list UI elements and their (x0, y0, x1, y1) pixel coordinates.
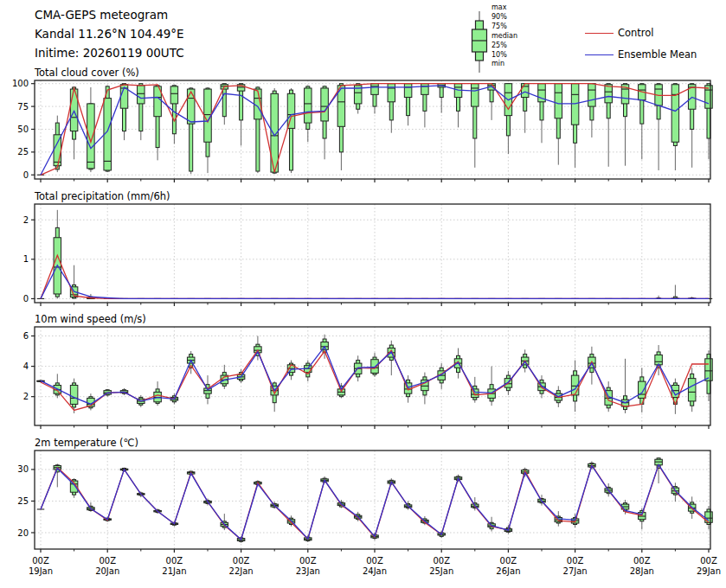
svg-text:00Z: 00Z (233, 556, 250, 566)
svg-text:0: 0 (23, 170, 29, 180)
temperature-chart: 20253000Z19Jan00Z20Jan00Z21Jan00Z22Jan00… (0, 444, 726, 588)
svg-text:00Z: 00Z (500, 556, 517, 566)
svg-text:4: 4 (23, 361, 29, 371)
page-title: CMA-GEPS meteogram (35, 5, 184, 24)
svg-text:19Jan: 19Jan (29, 566, 53, 576)
svg-text:29Jan: 29Jan (697, 566, 721, 576)
svg-text:2: 2 (23, 215, 29, 225)
svg-text:25: 25 (17, 496, 29, 506)
svg-text:20Jan: 20Jan (95, 566, 119, 576)
svg-text:1: 1 (23, 254, 29, 264)
legend-control-label: Control (618, 27, 654, 39)
svg-text:0: 0 (23, 294, 29, 304)
legend-label-75: 75% (491, 22, 517, 32)
station-coordinates: Kandal 11.26°N 104.49°E (35, 24, 184, 43)
legend-label-min: min (491, 60, 517, 69)
svg-text:00Z: 00Z (633, 556, 651, 566)
svg-text:00Z: 00Z (700, 556, 717, 566)
ensemble-mean-line-swatch (585, 54, 614, 55)
legend-label-90: 90% (491, 13, 517, 22)
svg-text:24Jan: 24Jan (363, 566, 387, 576)
svg-text:50: 50 (17, 125, 29, 134)
svg-text:30: 30 (17, 464, 29, 474)
legend-label-max: max (491, 3, 517, 13)
svg-text:26Jan: 26Jan (496, 566, 520, 576)
legend-label-25: 25% (491, 42, 517, 51)
meteogram: CMA-GEPS meteogram Kandal 11.26°N 104.49… (0, 0, 726, 588)
svg-text:20: 20 (17, 528, 29, 538)
svg-text:22Jan: 22Jan (229, 566, 254, 576)
svg-text:28Jan: 28Jan (630, 566, 654, 576)
legend-label-10: 10% (491, 51, 517, 61)
svg-text:21Jan: 21Jan (162, 566, 186, 576)
precipitation-chart: 012 (0, 197, 726, 310)
svg-text:25Jan: 25Jan (429, 566, 453, 576)
init-time: Initime: 20260119 00UTC (35, 43, 184, 62)
svg-text:00Z: 00Z (99, 556, 116, 566)
svg-text:00Z: 00Z (567, 556, 584, 566)
svg-text:23Jan: 23Jan (296, 566, 320, 576)
box-whisker-legend: max 90% 75% median 25% 10% min (491, 3, 517, 69)
svg-text:6: 6 (23, 331, 29, 341)
svg-text:25: 25 (17, 147, 29, 157)
svg-text:00Z: 00Z (166, 556, 183, 566)
svg-text:2: 2 (23, 392, 29, 401)
legend-label-median: median (491, 32, 517, 42)
box-whisker-icon (467, 7, 491, 76)
cloud-cover-chart: 0255075100 (0, 74, 726, 186)
svg-text:75: 75 (17, 102, 29, 112)
svg-text:27Jan: 27Jan (563, 566, 588, 576)
svg-text:00Z: 00Z (32, 556, 49, 566)
svg-text:00Z: 00Z (299, 556, 317, 566)
svg-text:100: 100 (12, 79, 29, 88)
svg-text:00Z: 00Z (433, 556, 450, 566)
legend-ensemble-mean-label: Ensemble Mean (618, 48, 697, 61)
control-line-swatch (585, 33, 614, 34)
svg-text:00Z: 00Z (366, 556, 383, 566)
wind-speed-chart: 246 (0, 320, 726, 432)
figure-header: CMA-GEPS meteogram Kandal 11.26°N 104.49… (35, 5, 184, 62)
